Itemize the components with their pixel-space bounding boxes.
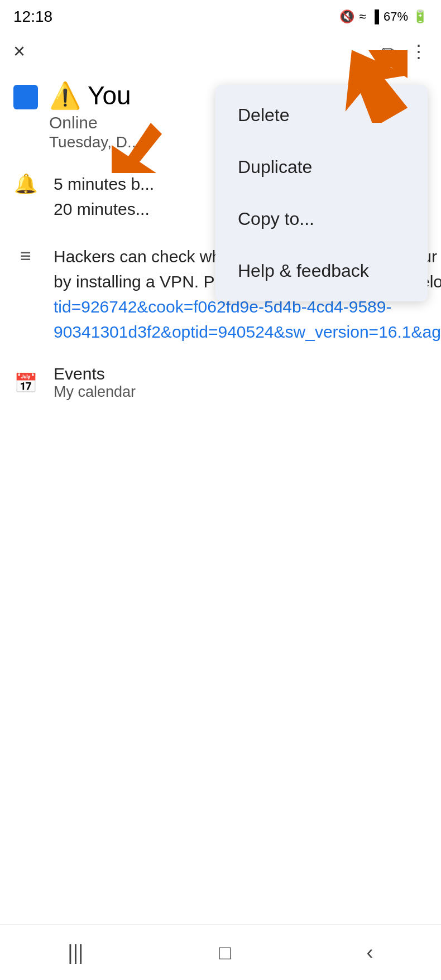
status-icons: 🔇 ≈ ▐ 67% 🔋	[339, 9, 428, 24]
status-time: 12:18	[13, 8, 52, 26]
dropdown-menu: Delete Duplicate Copy to... Help & feedb…	[215, 85, 428, 301]
bell-icon: 🔔	[13, 172, 38, 195]
warning-emoji: ⚠️	[49, 81, 81, 110]
calendar-row: 📅 Events My calendar	[0, 356, 441, 410]
mute-icon: 🔇	[339, 9, 354, 24]
dropdown-item-delete[interactable]: Delete	[215, 89, 428, 141]
calendar-sublabel: My calendar	[54, 383, 136, 401]
reminder-line2: 20 minutes...	[54, 196, 154, 222]
top-bar: × ✏ ⋮	[0, 31, 441, 71]
nav-home-button[interactable]: □	[219, 941, 231, 964]
calendar-text-block: Events My calendar	[54, 364, 136, 401]
close-button[interactable]: ×	[13, 41, 25, 61]
nav-bar: ||| □ ‹	[0, 924, 441, 980]
event-title-text: You	[88, 81, 131, 110]
status-bar: 12:18 🔇 ≈ ▐ 67% 🔋	[0, 0, 441, 31]
notes-icon: ≡	[13, 245, 38, 267]
wifi-icon: ≈	[359, 9, 366, 24]
edit-button[interactable]: ✏	[381, 41, 396, 62]
top-actions: ✏ ⋮	[381, 41, 428, 62]
nav-recent-button[interactable]: |||	[68, 941, 83, 964]
signal-icon: ▐	[370, 9, 379, 24]
nav-back-button[interactable]: ‹	[367, 941, 373, 964]
dropdown-item-copy-to[interactable]: Copy to...	[215, 193, 428, 245]
event-color-indicator	[13, 85, 38, 109]
dropdown-item-help[interactable]: Help & feedback	[215, 245, 428, 297]
calendar-label: Events	[54, 364, 136, 383]
battery-icon: 🔋	[413, 9, 428, 24]
more-options-button[interactable]: ⋮	[410, 41, 428, 62]
battery-level: 67%	[384, 9, 408, 24]
reminder-line1: 5 minutes b...	[54, 171, 154, 196]
calendar-icon: 📅	[13, 372, 38, 394]
dropdown-item-duplicate[interactable]: Duplicate	[215, 141, 428, 193]
reminder-text: 5 minutes b... 20 minutes...	[54, 171, 154, 222]
